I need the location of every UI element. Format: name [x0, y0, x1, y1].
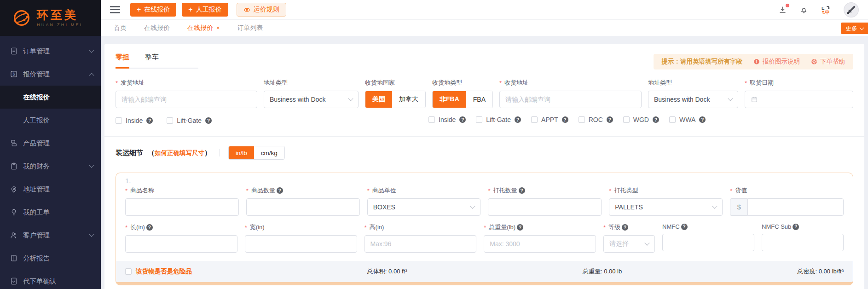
quote-guide-link[interactable]: 报价图示说明 — [753, 58, 800, 66]
unit-cmkg-option[interactable]: cm/kg — [254, 146, 284, 159]
nmfc-sub-input[interactable] — [762, 234, 844, 251]
sidebar-item-customers[interactable]: 客户管理 — [0, 224, 101, 247]
weight-input[interactable] — [484, 235, 596, 253]
report-book-icon — [10, 254, 18, 262]
hamburger-menu-icon[interactable] — [110, 4, 120, 15]
tab-order-list[interactable]: 订单列表 — [237, 24, 263, 32]
tab-home[interactable]: 首页 — [114, 24, 127, 32]
fba-option[interactable]: FBA — [466, 91, 492, 108]
dest-address-input[interactable] — [499, 91, 642, 108]
question-icon[interactable] — [681, 224, 688, 230]
sidebar-item-addresses[interactable]: 地址管理 — [0, 178, 101, 201]
value-input[interactable] — [747, 198, 844, 216]
sidebar-item-orders[interactable]: 订单管理 — [0, 40, 101, 63]
checkbox[interactable] — [167, 117, 173, 124]
pickup-address-input[interactable] — [116, 91, 257, 108]
dest-address-type-select[interactable]: Business with Dock — [648, 91, 738, 108]
manual-quote-button[interactable]: 人工报价 — [182, 3, 228, 17]
question-icon[interactable] — [517, 224, 523, 231]
question-icon[interactable] — [653, 116, 659, 123]
country-us-option[interactable]: 美国 — [365, 91, 392, 108]
question-icon[interactable] — [793, 224, 799, 230]
boxes-icon — [10, 139, 18, 147]
tab-ftl[interactable]: 整车 — [145, 53, 159, 68]
pickup-date-input[interactable] — [745, 91, 853, 108]
info-icon — [753, 58, 760, 65]
sidebar-item-online-quote[interactable]: 在线报价 — [0, 86, 101, 109]
tab-ltl[interactable]: 零担 — [116, 53, 129, 69]
sidebar-item-finance[interactable]: 我的财务 — [0, 155, 101, 178]
chevron-down-icon — [712, 203, 717, 208]
question-icon[interactable] — [146, 117, 153, 124]
dest-roc-checkbox[interactable]: ROC — [579, 116, 613, 123]
pickup-liftgate-checkbox[interactable]: Lift-Gate — [167, 117, 212, 124]
dest-wgd-checkbox[interactable]: WGD — [623, 116, 659, 123]
pallet-type-select[interactable]: PALLETS — [609, 198, 723, 216]
question-icon[interactable] — [277, 187, 283, 194]
question-icon[interactable] — [562, 116, 568, 123]
length-input[interactable] — [125, 235, 237, 253]
tab-online-quote-2[interactable]: 在线报价× — [187, 24, 220, 32]
item-name-input[interactable] — [125, 198, 239, 216]
item-qty-label: 商品数量 — [246, 186, 360, 195]
pickup-address-type-select[interactable]: Business with Dock — [264, 91, 359, 108]
question-icon[interactable] — [515, 116, 521, 123]
weight-label: 总重量(lb) — [484, 223, 596, 231]
size-help-link[interactable]: 如何正确填写尺寸 — [155, 150, 204, 156]
question-icon[interactable] — [519, 187, 525, 194]
dest-wwa-checkbox[interactable]: WWA — [669, 116, 706, 123]
checkbox[interactable] — [669, 116, 676, 123]
dest-liftgate-checkbox[interactable]: Lift-Gate — [476, 116, 521, 123]
more-tabs-button[interactable]: 更多 — [841, 23, 868, 34]
pickup-address-label: 发货地址 — [116, 79, 257, 87]
brand-name: 环至美 — [37, 9, 82, 21]
question-icon[interactable] — [607, 116, 613, 123]
brand-logo[interactable]: 环至美 HUAN ZHI MEI — [0, 0, 101, 36]
checkbox[interactable] — [531, 116, 538, 123]
pickup-inside-checkbox[interactable]: Inside — [116, 117, 153, 124]
rate-rules-button[interactable]: 运价规则 — [237, 3, 286, 17]
close-icon[interactable]: × — [216, 25, 220, 31]
unit-inlb-option[interactable]: in/lb — [229, 146, 254, 159]
online-quote-button[interactable]: 在线报价 — [130, 3, 176, 17]
checkbox[interactable] — [428, 116, 435, 123]
order-help-link[interactable]: 下单帮助 — [811, 58, 845, 66]
checkbox[interactable] — [623, 116, 630, 123]
non-fba-option[interactable]: 非FBA — [433, 91, 466, 108]
divider — [220, 149, 220, 156]
question-icon[interactable] — [459, 116, 466, 123]
total-weight: 总重量: 0.00 lb — [583, 267, 622, 276]
width-input[interactable] — [245, 235, 357, 253]
rate-rules-label: 运价规则 — [254, 6, 279, 14]
checkbox[interactable] — [579, 116, 585, 123]
grade-select[interactable]: 请选择 — [603, 235, 655, 253]
item-unit-select[interactable]: BOXES — [367, 198, 481, 216]
checkbox[interactable] — [116, 117, 122, 124]
question-icon[interactable] — [622, 224, 628, 231]
question-icon[interactable] — [146, 224, 153, 231]
sidebar-item-reports[interactable]: 分析报告 — [0, 247, 101, 270]
sidebar-item-tickets[interactable]: 我的工单 — [0, 201, 101, 224]
pallet-qty-input[interactable] — [488, 198, 602, 216]
pallet-type-label: 打托类型 — [609, 186, 723, 195]
download-button[interactable] — [778, 6, 787, 14]
nmfc-input[interactable] — [662, 234, 754, 251]
checkbox[interactable] — [476, 116, 482, 123]
height-input[interactable] — [365, 235, 477, 253]
sidebar-item-products[interactable]: 产品管理 — [0, 132, 101, 155]
tab-online-quote-1[interactable]: 在线报价 — [144, 24, 170, 32]
sidebar-item-quotes[interactable]: $ 报价管理 — [0, 63, 101, 86]
checkbox[interactable] — [125, 268, 132, 275]
dest-inside-checkbox[interactable]: Inside — [428, 116, 466, 123]
question-icon[interactable] — [699, 116, 706, 123]
sidebar-item-manual-quote[interactable]: 人工报价 — [0, 109, 101, 132]
notifications-button[interactable] — [799, 6, 808, 14]
country-ca-option[interactable]: 加拿大 — [392, 91, 425, 108]
item-qty-input[interactable] — [246, 198, 360, 216]
avatar[interactable] — [844, 2, 859, 17]
sidebar-item-order-confirm[interactable]: 代下单确认 — [0, 270, 101, 289]
language-switch-button[interactable]: E 中 — [821, 5, 831, 15]
question-icon[interactable] — [205, 117, 212, 124]
hazmat-checkbox[interactable]: 该货物是否是危险品 — [125, 267, 192, 276]
dest-appt-checkbox[interactable]: APPT — [531, 116, 568, 123]
